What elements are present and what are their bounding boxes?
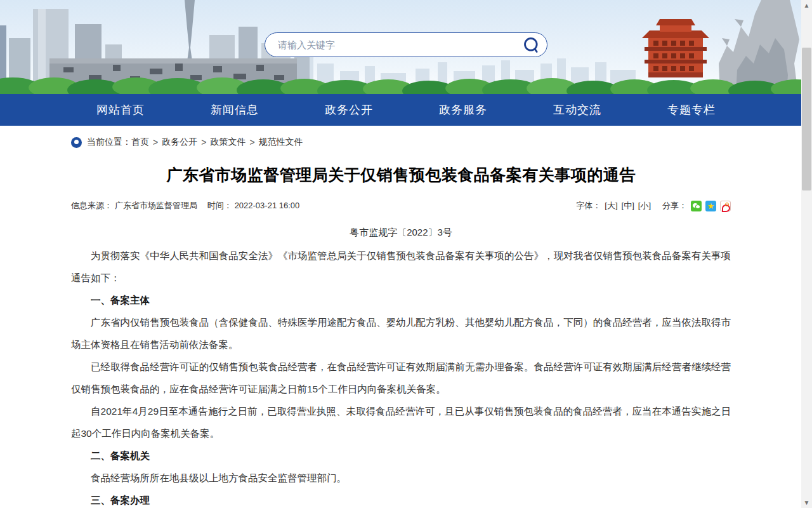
search-input[interactable] — [278, 39, 523, 50]
breadcrumb-link-gov-open[interactable]: 政务公开 — [162, 137, 197, 148]
breadcrumb-separator: > — [153, 137, 158, 147]
font-size-small-button[interactable]: [小] — [638, 200, 651, 211]
font-size-label: 字体： — [576, 200, 601, 211]
nav-item-gov-open[interactable]: 政务公开 — [292, 94, 406, 126]
main-navigation: 网站首页 新闻信息 政务公开 政务服务 互动交流 专题专栏 — [0, 94, 812, 126]
breadcrumb-separator: > — [249, 137, 254, 147]
time-label: 时间： — [207, 201, 232, 210]
breadcrumb-link-home[interactable]: 首页 — [131, 137, 149, 148]
scrollbar-up-arrow[interactable]: ▲ — [801, 0, 812, 11]
nav-item-interaction[interactable]: 互动交流 — [520, 94, 634, 126]
section-heading-3: 三、备案办理 — [71, 489, 731, 508]
time-value: 2022-03-21 16:00 — [235, 201, 300, 210]
article-body: 为贯彻落实《中华人民共和国食品安全法》《市场监管总局关于仅销售预包装食品备案有关… — [71, 244, 731, 508]
section-heading-1: 一、备案主体 — [71, 289, 731, 311]
font-size-large-button[interactable]: [大] — [605, 200, 617, 211]
font-size-medium-button[interactable]: [中] — [622, 200, 634, 211]
source-value: 广东省市场监督管理局 — [115, 201, 197, 210]
breadcrumb-separator: > — [201, 137, 206, 147]
article-paragraph: 广东省内仅销售预包装食品（含保健食品、特殊医学用途配方食品、婴幼儿配方乳粉、其他… — [71, 311, 731, 356]
document-number: 粤市监规字〔2022〕3号 — [71, 227, 731, 239]
search-bar[interactable] — [265, 32, 547, 57]
article-paragraph: 为贯彻落实《中华人民共和国食品安全法》《市场监管总局关于仅销售预包装食品备案有关… — [71, 244, 731, 289]
nav-item-gov-services[interactable]: 政务服务 — [406, 94, 520, 126]
breadcrumb-link-policy-docs[interactable]: 政策文件 — [210, 137, 246, 148]
article-meta: 信息来源：广东省市场监督管理局 时间：2022-03-21 16:00 字体： … — [71, 200, 731, 211]
nav-item-special-topics[interactable]: 专题专栏 — [634, 94, 749, 126]
breadcrumb-label: 当前位置： — [87, 137, 131, 148]
article-meta-right: 字体： [大] [中] [小] 分享： ★ — [576, 200, 731, 211]
location-pin-icon — [71, 137, 82, 148]
source-label: 信息来源： — [71, 201, 112, 210]
nav-item-home[interactable]: 网站首页 — [63, 94, 178, 126]
article-meta-left: 信息来源：广东省市场监督管理局 时间：2022-03-21 16:00 — [71, 200, 302, 211]
header-banner — [0, 0, 812, 94]
article-paragraph: 已经取得食品经营许可证的仅销售预包装食品经营者，在食品经营许可证有效期届满前无需… — [71, 356, 731, 400]
scrollbar[interactable]: ▲ ▼ — [801, 0, 812, 508]
nav-item-news[interactable]: 新闻信息 — [178, 94, 292, 126]
search-button[interactable] — [523, 36, 540, 54]
wechat-share-icon[interactable] — [691, 201, 702, 211]
article-paragraph: 自2021年4月29日至本通告施行之日前，已取得营业执照、未取得食品经营许可，且… — [71, 400, 731, 444]
share-label: 分享： — [662, 200, 687, 211]
article-paragraph: 食品经营场所所在地县级以上地方食品安全监督管理部门。 — [71, 467, 731, 489]
breadcrumb-link-normative-docs[interactable]: 规范性文件 — [259, 137, 303, 148]
qzone-share-icon[interactable]: ★ — [705, 201, 716, 211]
section-heading-2: 二、备案机关 — [71, 444, 731, 467]
weibo-share-icon[interactable] — [720, 201, 731, 211]
scrollbar-thumb[interactable] — [802, 48, 811, 190]
breadcrumb: 当前位置： 首页 > 政务公开 > 政策文件 > 规范性文件 — [71, 137, 731, 148]
page-title: 广东省市场监督管理局关于仅销售预包装食品备案有关事项的通告 — [71, 164, 731, 185]
search-icon — [523, 0, 540, 92]
scrollbar-down-arrow[interactable]: ▼ — [801, 497, 812, 508]
article-page: 当前位置： 首页 > 政务公开 > 政策文件 > 规范性文件 广东省市场监督管理… — [71, 126, 731, 508]
